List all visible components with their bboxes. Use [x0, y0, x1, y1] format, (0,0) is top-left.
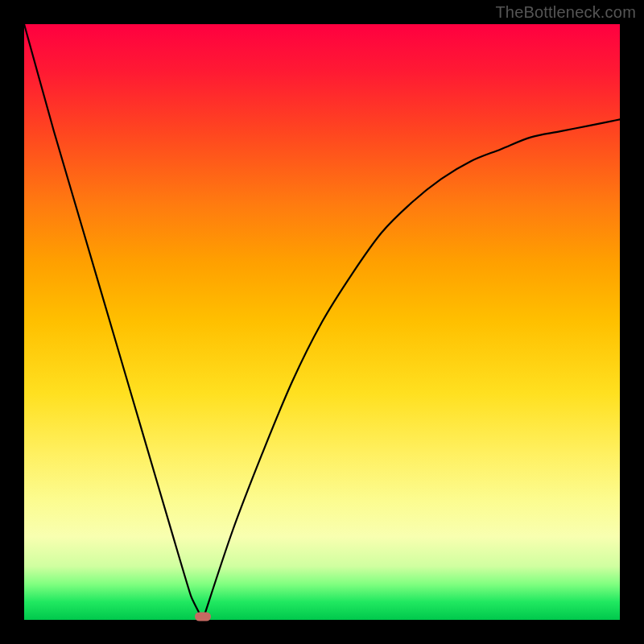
bottleneck-curve: [24, 24, 620, 620]
watermark-text: TheBottleneck.com: [495, 3, 636, 22]
optimum-marker: [195, 613, 211, 621]
